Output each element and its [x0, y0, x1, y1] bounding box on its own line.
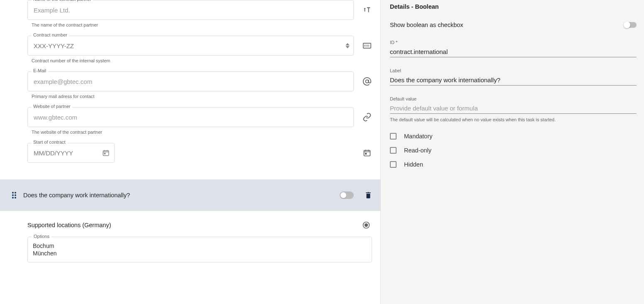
- field-label: Contract number: [32, 32, 69, 37]
- readonly-option: Read-only: [390, 147, 637, 154]
- number-spinner[interactable]: [345, 43, 350, 49]
- default-value-input[interactable]: [390, 103, 637, 114]
- svg-rect-5: [365, 153, 367, 154]
- label-label: Label: [390, 68, 637, 73]
- locations-title: Supported locations (Germany): [27, 222, 111, 228]
- hidden-label: Hidden: [404, 161, 423, 168]
- default-value-field: Default value The default value will be …: [390, 96, 637, 122]
- readonly-checkbox[interactable]: [390, 147, 397, 154]
- text-type-icon: [362, 0, 372, 20]
- field-label: Start of contract: [32, 140, 67, 145]
- drag-handle-icon[interactable]: [12, 191, 17, 199]
- mandatory-label: Mandatory: [404, 133, 433, 140]
- field-start-date: Start of contract: [27, 143, 372, 163]
- options-box[interactable]: Options Bochum München: [27, 237, 372, 262]
- field-label: Website of partner: [32, 104, 72, 109]
- selected-boolean-field[interactable]: Does the company work internationally?: [0, 179, 380, 211]
- svg-point-13: [365, 224, 368, 227]
- svg-point-6: [12, 192, 14, 194]
- locations-field: Supported locations (Germany) Options Bo…: [0, 211, 380, 271]
- form-editor-panel: Name of the contract partner The name of…: [0, 0, 381, 304]
- website-input[interactable]: [27, 107, 354, 127]
- svg-point-8: [12, 194, 14, 196]
- label-input[interactable]: [390, 75, 637, 86]
- svg-point-11: [15, 197, 16, 199]
- default-helper: The default value will be calculated whe…: [390, 117, 637, 122]
- svg-point-1: [365, 80, 368, 83]
- svg-point-9: [15, 194, 16, 196]
- boolean-field-label: Does the company work internationally?: [23, 192, 333, 199]
- details-title: Details - Boolean: [390, 3, 637, 10]
- svg-point-10: [12, 197, 14, 199]
- hidden-checkbox[interactable]: [390, 161, 397, 168]
- number-type-icon: [362, 36, 372, 56]
- email-input[interactable]: [27, 71, 354, 91]
- show-as-checkbox-label: Show boolean as checkbox: [390, 22, 463, 28]
- mandatory-option: Mandatory: [390, 133, 637, 140]
- date-type-icon: [362, 143, 372, 163]
- contract-number-input[interactable]: [27, 36, 354, 56]
- radio-type-icon: [362, 221, 370, 229]
- default-label: Default value: [390, 96, 637, 101]
- list-item: Bochum: [33, 242, 367, 250]
- list-item: München: [33, 250, 367, 257]
- show-as-checkbox-row: Show boolean as checkbox: [390, 22, 637, 28]
- id-field: ID *: [390, 40, 637, 57]
- helper-text: The name of the contract partner: [27, 22, 354, 27]
- svg-rect-3: [104, 153, 105, 154]
- helper-text: Contract number of the internal system: [27, 58, 354, 63]
- field-label: Name of the contract partner: [32, 0, 93, 2]
- field-contract-number: Contract number Contract number of the i…: [27, 36, 372, 63]
- details-panel: Details - Boolean Show boolean as checkb…: [381, 0, 644, 304]
- form-fields-section: Name of the contract partner The name of…: [0, 0, 380, 179]
- mandatory-checkbox[interactable]: [390, 133, 397, 140]
- hidden-option: Hidden: [390, 161, 637, 168]
- id-label: ID *: [390, 40, 637, 45]
- readonly-label: Read-only: [404, 147, 431, 154]
- helper-text: The website of the contract partner: [27, 130, 354, 135]
- boolean-toggle[interactable]: [340, 191, 354, 199]
- label-field: Label: [390, 68, 637, 86]
- calendar-picker-icon[interactable]: [102, 149, 110, 157]
- svg-rect-4: [364, 150, 370, 156]
- field-website: Website of partner The website of the co…: [27, 107, 372, 135]
- options-label: Options: [32, 234, 51, 239]
- start-date-input[interactable]: [27, 143, 115, 163]
- helper-text: Primary mail adress for contact: [27, 94, 354, 99]
- field-label: E-Mail: [32, 68, 48, 73]
- field-email: E-Mail Primary mail adress for contact: [27, 71, 372, 99]
- field-partner-name: Name of the contract partner The name of…: [27, 0, 372, 27]
- id-input[interactable]: [390, 47, 637, 57]
- delete-icon[interactable]: [365, 191, 372, 199]
- email-type-icon: [362, 71, 372, 91]
- link-type-icon: [362, 107, 372, 127]
- svg-point-7: [15, 192, 16, 194]
- svg-rect-2: [103, 151, 109, 156]
- partner-name-input[interactable]: [27, 0, 354, 20]
- show-as-checkbox-toggle[interactable]: [624, 22, 637, 28]
